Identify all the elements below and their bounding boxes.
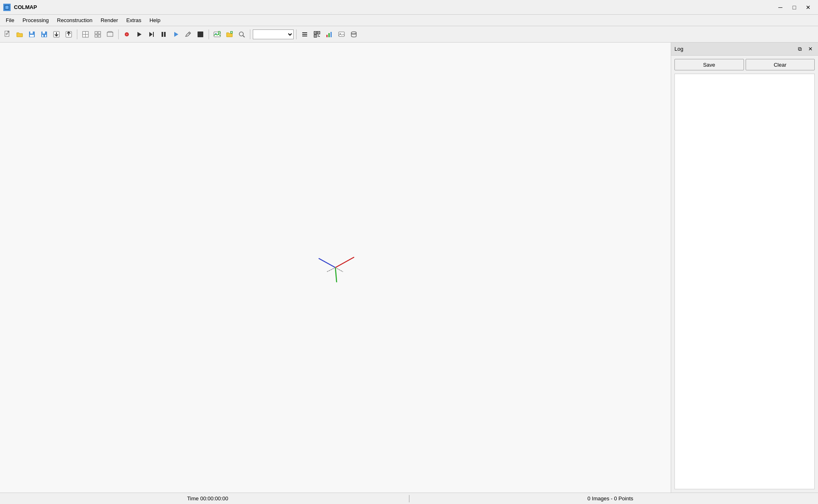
separator-2 <box>118 29 119 39</box>
svg-line-48 <box>243 36 245 37</box>
svg-rect-13 <box>43 35 45 37</box>
separator-1 <box>77 29 77 39</box>
close-button[interactable]: ✕ <box>802 2 815 13</box>
record-button[interactable] <box>121 29 133 40</box>
svg-rect-33 <box>153 32 154 37</box>
skip-end-button[interactable] <box>146 29 157 40</box>
list-view-button[interactable] <box>299 29 310 40</box>
svg-rect-25 <box>107 32 113 36</box>
separator-5 <box>296 29 297 39</box>
status-bar: Time 00:00:00:00 0 Images - 0 Points <box>0 493 818 504</box>
image-view-button[interactable] <box>336 29 347 40</box>
app-icon <box>3 4 11 11</box>
view-ortho-button[interactable] <box>104 29 116 40</box>
svg-rect-61 <box>326 35 328 37</box>
menu-render[interactable]: Render <box>97 16 122 25</box>
svg-rect-23 <box>95 35 97 37</box>
play-button[interactable] <box>133 29 145 40</box>
separator-4 <box>250 29 250 39</box>
window-controls: ─ □ ✕ <box>774 2 815 13</box>
feature-detect-button[interactable] <box>236 29 247 40</box>
log-clear-button[interactable]: Clear <box>746 59 815 70</box>
status-info: 0 Images - 0 Points <box>409 495 812 502</box>
log-panel: Log ⧉ ✕ Save Clear <box>671 43 818 493</box>
svg-rect-38 <box>198 32 203 37</box>
svg-point-30 <box>126 34 128 35</box>
log-close-button[interactable]: ✕ <box>806 45 815 53</box>
menu-file[interactable]: File <box>2 16 18 25</box>
pause-button[interactable] <box>158 29 169 40</box>
svg-rect-55 <box>315 32 316 33</box>
menu-reconstruction[interactable]: Reconstruction <box>53 16 97 25</box>
log-content[interactable] <box>674 74 815 489</box>
title-bar: COLMAP ─ □ ✕ <box>0 0 818 15</box>
axis-cross <box>315 247 356 288</box>
svg-rect-24 <box>98 35 101 37</box>
svg-rect-60 <box>318 36 319 37</box>
new-button[interactable] <box>2 29 13 40</box>
export-button[interactable] <box>63 29 74 40</box>
svg-rect-58 <box>318 35 319 36</box>
log-save-button[interactable]: Save <box>674 59 744 70</box>
svg-rect-22 <box>98 32 101 34</box>
log-controls: ⧉ ✕ <box>795 45 815 53</box>
save-button[interactable] <box>38 29 50 40</box>
maximize-button[interactable]: □ <box>788 2 801 13</box>
svg-rect-57 <box>315 36 316 36</box>
toolbar <box>0 26 818 43</box>
svg-rect-11 <box>43 32 45 34</box>
svg-line-71 <box>327 268 335 272</box>
log-buttons: Save Clear <box>671 56 818 74</box>
log-title: Log <box>674 46 683 52</box>
menu-extras[interactable]: Extras <box>122 16 146 25</box>
svg-rect-62 <box>328 33 330 37</box>
svg-rect-21 <box>95 32 97 34</box>
edit-tool-button[interactable] <box>182 29 194 40</box>
qr-view-button[interactable] <box>311 29 323 40</box>
svg-marker-32 <box>149 32 153 37</box>
chart-view-button[interactable] <box>324 29 335 40</box>
svg-rect-63 <box>330 32 332 37</box>
svg-line-72 <box>335 268 343 272</box>
svg-rect-59 <box>319 36 320 37</box>
saveas-button[interactable] <box>26 29 38 40</box>
svg-rect-9 <box>30 35 34 37</box>
status-time: Time 00:00:00:00 <box>7 495 409 502</box>
log-panel-header: Log ⧉ ✕ <box>671 43 818 56</box>
render-dropdown[interactable] <box>253 29 294 39</box>
svg-marker-36 <box>174 32 178 37</box>
view-grid-button[interactable] <box>92 29 103 40</box>
svg-point-47 <box>239 32 243 36</box>
svg-rect-2 <box>5 6 9 9</box>
viewport[interactable] <box>0 43 671 493</box>
import-button[interactable] <box>51 29 62 40</box>
render-play-button[interactable] <box>170 29 182 40</box>
svg-rect-8 <box>30 32 33 34</box>
app-title: COLMAP <box>14 4 774 10</box>
add-images-button[interactable] <box>211 29 223 40</box>
svg-rect-35 <box>164 32 166 37</box>
open-button[interactable] <box>14 29 25 40</box>
database-view-button[interactable] <box>348 29 360 40</box>
svg-line-70 <box>335 268 337 282</box>
svg-marker-31 <box>137 32 142 37</box>
view-3d-button[interactable] <box>80 29 91 40</box>
log-restore-button[interactable]: ⧉ <box>795 45 804 53</box>
menu-bar: File Processing Reconstruction Render Ex… <box>0 15 818 26</box>
minimize-button[interactable]: ─ <box>774 2 787 13</box>
main-area: Log ⧉ ✕ Save Clear <box>0 43 818 493</box>
svg-rect-56 <box>318 32 319 33</box>
svg-line-68 <box>335 257 354 268</box>
svg-point-66 <box>351 32 356 34</box>
menu-processing[interactable]: Processing <box>18 16 53 25</box>
svg-line-69 <box>319 259 335 268</box>
separator-3 <box>209 29 209 39</box>
svg-rect-34 <box>162 32 163 37</box>
display-button[interactable] <box>195 29 206 40</box>
add-folder-button[interactable] <box>224 29 235 40</box>
svg-line-37 <box>189 33 190 34</box>
menu-help[interactable]: Help <box>145 16 164 25</box>
